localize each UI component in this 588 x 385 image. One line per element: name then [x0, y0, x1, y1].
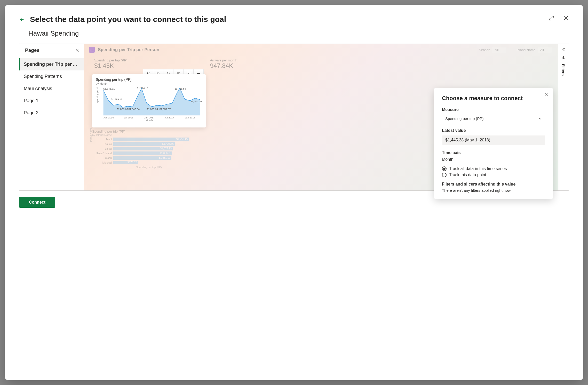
- close-icon[interactable]: [563, 15, 569, 21]
- expand-icon[interactable]: [548, 15, 554, 21]
- svg-point-7: [198, 73, 199, 74]
- filters-bars-icon: [562, 56, 565, 59]
- radio-track-all[interactable]: Track all data in this time series: [442, 166, 545, 171]
- time-axis-value: Month: [442, 157, 545, 162]
- bar-row: Maui$1,750.45: [92, 138, 206, 141]
- bar-row: Lana'i$1,377.93: [92, 147, 206, 150]
- svg-rect-27: [565, 58, 565, 59]
- svg-point-6: [197, 73, 198, 74]
- bar-chart-visual[interactable]: Spending per trip (PP) by Island Name Ma…: [92, 130, 206, 169]
- filters-rail-label[interactable]: Filters: [561, 64, 566, 76]
- bar-row: Hawai'i Island$1,366.75: [92, 151, 206, 155]
- measure-select[interactable]: Spending per trip (PP): [442, 114, 545, 123]
- svg-text:$1,365.94: $1,365.94: [147, 108, 158, 110]
- chart-plot-area: Spending per trip (PP) $1,641.61 $1,399.…: [96, 85, 203, 121]
- svg-point-8: [199, 73, 200, 74]
- line-chart-visual[interactable]: Spending per trip (PP) by Month Spending…: [92, 74, 206, 127]
- latest-value-field: $1,445.38 (May 1, 2018): [442, 135, 545, 145]
- svg-rect-0: [91, 50, 91, 51]
- svg-rect-1: [92, 49, 92, 51]
- canvas-title: Spending per Trip per Person: [98, 47, 159, 52]
- report-name: Hawaii Spending: [28, 29, 569, 37]
- radio-track-point[interactable]: Track this data point: [442, 173, 545, 177]
- time-axis-label: Time axis: [442, 150, 545, 155]
- filters-section-header: Filters and slicers affecting this value: [442, 182, 545, 187]
- page-item-maui-analysis[interactable]: Maui Analysis: [19, 83, 84, 95]
- bar-row: Kaua'i$1,428.86: [92, 142, 206, 146]
- svg-text:$1,357.57: $1,357.57: [159, 108, 171, 110]
- pages-header-label: Pages: [25, 47, 39, 53]
- svg-text:Jul 2016: Jul 2016: [124, 116, 133, 119]
- svg-text:Month: Month: [146, 119, 153, 121]
- svg-text:$1,326.63: $1,326.63: [117, 108, 128, 110]
- svg-text:Jan 2018: Jan 2018: [185, 116, 195, 119]
- bar-row: O'ahu$1,351.11: [92, 156, 206, 160]
- svg-rect-3: [157, 72, 159, 74]
- svg-text:$1,641.61: $1,641.61: [104, 87, 115, 90]
- kpi-spending: Spending per trip (PP) $1.45K: [94, 58, 128, 69]
- svg-rect-2: [93, 50, 93, 51]
- svg-text:$1,399.17: $1,399.17: [111, 98, 122, 101]
- filters-rail: Filters: [558, 44, 569, 190]
- radio-icon-unchecked: [442, 173, 447, 177]
- page-item-spending-patterns[interactable]: Spending Patterns: [19, 70, 84, 83]
- measure-panel-title: Choose a measure to connect: [442, 95, 545, 102]
- bar-row: Moloka'i$570.32: [92, 161, 206, 164]
- svg-text:$1,724.16: $1,724.16: [137, 87, 148, 90]
- kpi-arrivals: Arrivals per month 947.84K: [210, 58, 237, 69]
- latest-value-label: Latest value: [442, 128, 545, 133]
- filters-note: There aren't any filters applied right n…: [442, 188, 545, 192]
- collapse-pages-icon[interactable]: [75, 48, 79, 52]
- svg-text:Jul 2017: Jul 2017: [164, 116, 174, 119]
- close-measure-panel-icon[interactable]: [544, 92, 548, 97]
- svg-text:$1,445.38: $1,445.38: [190, 100, 202, 103]
- connect-data-dialog: Select the data point you want to connec…: [5, 5, 583, 380]
- dialog-title: Select the data point you want to connec…: [30, 15, 226, 24]
- svg-text:Jan 2016: Jan 2016: [104, 116, 114, 119]
- chevron-down-icon: [539, 117, 542, 120]
- slicer-season[interactable]: Season All: [479, 47, 506, 53]
- chart-title: Spending per trip (PP): [96, 77, 203, 82]
- chart-subtitle: by Month: [96, 82, 203, 85]
- svg-rect-25: [562, 57, 562, 59]
- measure-panel: Choose a measure to connect Measure Spen…: [434, 88, 553, 199]
- svg-text:$1,735.58: $1,735.58: [175, 87, 186, 90]
- page-item-page2[interactable]: Page 2: [19, 107, 84, 119]
- report-type-icon: [89, 47, 95, 53]
- radio-icon-checked: [442, 166, 447, 171]
- svg-text:Spending per trip (PP): Spending per trip (PP): [96, 85, 99, 103]
- back-arrow-icon[interactable]: [19, 17, 25, 22]
- pages-pane: Pages Spending per Trip per ... Spending…: [19, 44, 84, 190]
- page-item-spending-per-trip[interactable]: Spending per Trip per ...: [19, 58, 84, 70]
- svg-text:$1,343.64: $1,343.64: [128, 108, 140, 110]
- expand-filters-icon[interactable]: [562, 47, 565, 51]
- slicer-island[interactable]: Island Name All: [517, 47, 552, 53]
- connect-button[interactable]: Connect: [19, 197, 55, 208]
- measure-label: Measure: [442, 107, 545, 112]
- svg-rect-26: [563, 56, 564, 59]
- page-item-page1[interactable]: Page 1: [19, 95, 84, 107]
